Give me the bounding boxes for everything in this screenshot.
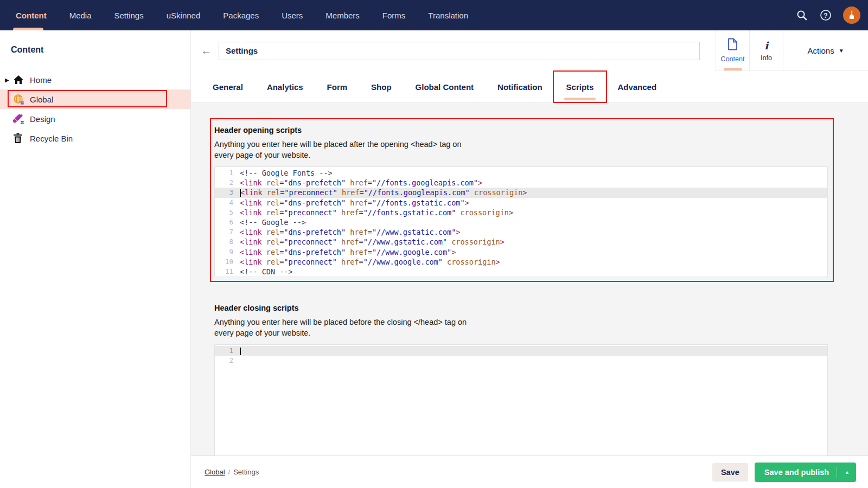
- code-line-11[interactable]: 11<!-- CDN -->: [215, 267, 827, 277]
- line-number: 6: [215, 217, 240, 227]
- sidebar: Content ▶HomeGlobalDesignRecycle Bin: [0, 30, 191, 488]
- tab-label: Scripts: [566, 82, 594, 92]
- tab-global-content[interactable]: Global Content: [416, 71, 474, 103]
- back-arrow-icon[interactable]: ←: [199, 44, 214, 57]
- code-text: <link rel="preconnect" href="//fonts.gst…: [240, 208, 827, 217]
- tab-general[interactable]: General: [213, 71, 243, 103]
- active-nav-indicator: [13, 28, 43, 30]
- code-line-9[interactable]: 9<link rel="dns-prefetch" href="//www.go…: [215, 247, 827, 257]
- nav-item-settings[interactable]: Settings: [103, 0, 155, 30]
- nav-item-label: Packages: [223, 11, 259, 20]
- tab-shop[interactable]: Shop: [371, 71, 392, 103]
- line-number: 4: [215, 198, 240, 208]
- panel-tab-label: Content: [721, 55, 745, 63]
- avatar[interactable]: [843, 7, 860, 24]
- actions-label: Actions: [807, 46, 834, 55]
- help-icon[interactable]: ?: [819, 9, 832, 22]
- line-number: 2: [215, 178, 240, 188]
- code-line-7[interactable]: 7<link rel="dns-prefetch" href="//www.gs…: [215, 227, 827, 237]
- active-tab-indicator: [564, 98, 596, 100]
- sidebar-item-design[interactable]: Design: [0, 109, 190, 129]
- main-area: ← Content i Info Actions ▼: [191, 30, 868, 488]
- active-tab-indicator: [724, 68, 742, 70]
- tab-advanced[interactable]: Advanced: [617, 71, 656, 103]
- tab-label: Global Content: [416, 82, 474, 92]
- code-line-6[interactable]: 6<!-- Google -->: [215, 217, 827, 227]
- nav-item-content[interactable]: Content: [4, 0, 58, 30]
- nav-item-translation[interactable]: Translation: [417, 0, 480, 30]
- header-opening-scripts-editor[interactable]: 1<!-- Google Fonts -->2<link rel="dns-pr…: [214, 166, 828, 277]
- nav-item-packages[interactable]: Packages: [212, 0, 270, 30]
- line-number: 3: [215, 188, 240, 197]
- sidebar-section-title: Content: [0, 30, 190, 55]
- nav-item-label: Content: [16, 11, 47, 20]
- node-title-input[interactable]: [219, 42, 700, 60]
- nav-item-members[interactable]: Members: [314, 0, 371, 30]
- line-number: 9: [215, 247, 240, 257]
- sidebar-item-global[interactable]: Global: [0, 89, 190, 109]
- content-tree: ▶HomeGlobalDesignRecycle Bin: [0, 70, 190, 148]
- code-line-5[interactable]: 5<link rel="preconnect" href="//fonts.gs…: [215, 208, 827, 217]
- nav-item-label: Media: [69, 11, 92, 20]
- tab-analytics[interactable]: Analytics: [267, 71, 303, 103]
- panel-tab-content[interactable]: Content: [716, 30, 749, 71]
- panel-tabs: Content i Info Actions ▼: [716, 30, 868, 71]
- code-text: <link rel="dns-prefetch" href="//www.goo…: [240, 247, 827, 257]
- search-icon[interactable]: [795, 9, 808, 22]
- save-button[interactable]: Save: [712, 463, 748, 481]
- panel-tab-info[interactable]: i Info: [749, 30, 783, 71]
- header-closing-scripts-editor[interactable]: 12: [214, 344, 828, 455]
- nav-item-label: uSkinned: [167, 11, 201, 20]
- line-number: 10: [215, 257, 240, 267]
- tab-label: Form: [327, 82, 348, 92]
- expand-caret-icon[interactable]: ▶: [5, 77, 9, 83]
- top-nav-right: ?: [795, 0, 860, 30]
- breadcrumb: Global / Settings: [205, 468, 259, 476]
- code-line-2[interactable]: 2: [215, 356, 827, 365]
- save-and-publish-button[interactable]: Save and publish ▲: [755, 463, 856, 482]
- code-text: <!-- Google -->: [240, 217, 827, 227]
- code-line-1[interactable]: 1<!-- Google Fonts -->: [215, 168, 827, 178]
- section-heading: Header opening scripts: [214, 126, 828, 134]
- breadcrumb-current: Settings: [233, 468, 259, 476]
- code-line-10[interactable]: 10<link rel="preconnect" href="//www.goo…: [215, 257, 827, 267]
- actions-button[interactable]: Actions ▼: [783, 30, 868, 71]
- nav-item-label: Forms: [382, 11, 406, 20]
- code-line-1[interactable]: 1: [215, 346, 827, 356]
- line-number: 2: [215, 356, 240, 365]
- code-text: <!-- CDN -->: [240, 267, 827, 277]
- nav-item-uskinned[interactable]: uSkinned: [155, 0, 212, 30]
- panel-tab-label: Info: [761, 54, 772, 62]
- nav-item-media[interactable]: Media: [58, 0, 103, 30]
- code-line-8[interactable]: 8<link rel="preconnect" href="//www.gsta…: [215, 237, 827, 247]
- chevron-down-icon: ▼: [839, 48, 844, 54]
- header-opening-scripts-section: Header opening scripts Anything you ente…: [210, 118, 834, 282]
- line-number: 8: [215, 237, 240, 247]
- code-text: <link rel="preconnect" href="//fonts.goo…: [240, 188, 827, 197]
- footer-bar: Global / Settings Save Save and publish …: [191, 455, 868, 488]
- tab-label: Analytics: [267, 82, 303, 92]
- nav-item-users[interactable]: Users: [270, 0, 314, 30]
- globe-icon: [13, 94, 24, 105]
- info-icon: i: [764, 40, 768, 52]
- nav-item-forms[interactable]: Forms: [371, 0, 417, 30]
- line-number: 1: [215, 346, 240, 356]
- code-text: <link rel="preconnect" href="//www.googl…: [240, 257, 827, 267]
- code-line-2[interactable]: 2<link rel="dns-prefetch" href="//fonts.…: [215, 178, 827, 188]
- tab-form[interactable]: Form: [327, 71, 348, 103]
- nav-item-label: Translation: [428, 11, 468, 20]
- code-text: [240, 346, 827, 356]
- tree-item-label: Recycle Bin: [30, 134, 73, 143]
- chevron-up-icon[interactable]: ▲: [837, 467, 856, 478]
- tab-notification[interactable]: Notification: [497, 71, 542, 103]
- code-line-4[interactable]: 4<link rel="dns-prefetch" href="//fonts.…: [215, 198, 827, 208]
- breadcrumb-link-global[interactable]: Global: [205, 468, 225, 476]
- line-number: 7: [215, 227, 240, 237]
- tree-item-label: Design: [30, 114, 55, 124]
- editor-header: ← Content i Info Actions ▼: [191, 30, 868, 71]
- code-line-3[interactable]: 3<link rel="preconnect" href="//fonts.go…: [215, 188, 827, 197]
- tab-scripts[interactable]: Scripts: [566, 71, 594, 103]
- sidebar-item-recycle-bin[interactable]: Recycle Bin: [0, 129, 190, 148]
- sidebar-item-home[interactable]: ▶Home: [0, 70, 190, 89]
- tab-label: Shop: [371, 82, 392, 92]
